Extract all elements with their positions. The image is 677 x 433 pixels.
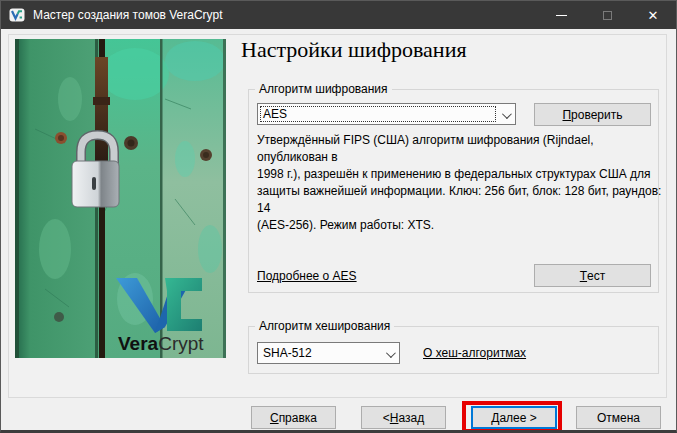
benchmark-button[interactable]: Тест <box>534 264 651 287</box>
encryption-group-label: Алгоритм шифрования <box>255 82 392 96</box>
door-photo: VeraCrypt <box>15 39 226 358</box>
help-button[interactable]: Справка <box>251 406 336 429</box>
encryption-algorithm-value: AES <box>263 107 287 121</box>
next-button[interactable]: Далее > <box>471 406 557 429</box>
cancel-button[interactable]: Отмена <box>576 406 661 429</box>
titlebar: Мастер создания томов VeraCrypt ✕ <box>1 1 676 29</box>
focus-rectangle <box>260 106 496 122</box>
logo-text-crypt: Crypt <box>158 333 204 354</box>
window-title: Мастер создания томов VeraCrypt <box>33 8 223 22</box>
chevron-down-icon <box>502 109 512 119</box>
close-icon: ✕ <box>648 9 659 22</box>
maximize-icon <box>603 11 612 20</box>
back-button[interactable]: < Назад <box>361 406 446 429</box>
verify-button[interactable]: Проверить <box>534 103 651 126</box>
veracrypt-wizard-window: Мастер создания томов VeraCrypt ✕ <box>0 0 677 433</box>
hash-algorithm-select[interactable]: SHA-512 <box>257 342 400 364</box>
hash-group-label: Алгоритм хеширования <box>255 319 394 333</box>
close-button[interactable]: ✕ <box>630 1 676 29</box>
page-title: Настройки шифрования <box>241 37 467 63</box>
minimize-icon <box>556 15 567 16</box>
hasp-image <box>95 57 108 173</box>
window-controls: ✕ <box>538 1 676 29</box>
chevron-down-icon <box>386 348 396 358</box>
more-about-aes-link[interactable]: Подробнее о AES <box>257 269 357 283</box>
encryption-algorithm-select[interactable]: AES <box>257 103 516 125</box>
maximize-button <box>584 1 630 29</box>
veracrypt-app-icon <box>9 7 25 23</box>
hash-info-link[interactable]: О хеш-алгоритмах <box>423 346 526 360</box>
hash-algorithm-value: SHA-512 <box>263 346 312 360</box>
algorithm-description: Утверждённый FIPS (США) алгоритм шифрова… <box>257 132 662 234</box>
logo-text-vera: Vera <box>118 333 159 354</box>
svg-text:VeraCrypt: VeraCrypt <box>118 333 204 354</box>
minimize-button[interactable] <box>538 1 584 29</box>
